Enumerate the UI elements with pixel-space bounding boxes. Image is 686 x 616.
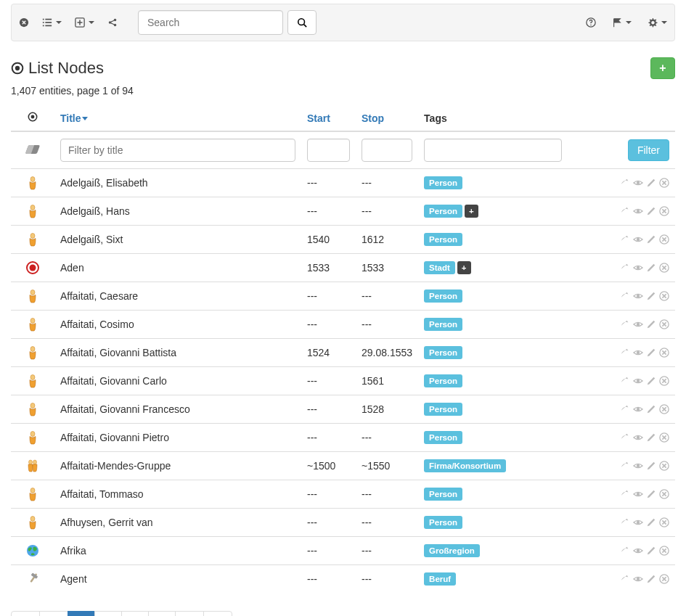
delete-icon[interactable] <box>659 234 669 245</box>
close-button[interactable] <box>19 17 29 28</box>
edit-icon[interactable] <box>646 546 656 556</box>
help-button[interactable] <box>586 17 596 28</box>
list-menu[interactable] <box>42 17 62 28</box>
view-icon[interactable] <box>633 348 643 358</box>
page-last[interactable] <box>203 611 232 616</box>
view-icon[interactable] <box>633 319 643 329</box>
view-icon[interactable] <box>633 376 643 386</box>
delete-icon[interactable] <box>659 461 669 471</box>
page-4[interactable]: 4 <box>148 611 176 616</box>
edit-icon[interactable] <box>646 461 656 471</box>
filter-start-input[interactable] <box>307 139 350 162</box>
goto-icon[interactable] <box>620 574 630 584</box>
tag-badge[interactable]: Person <box>424 318 462 331</box>
goto-icon[interactable] <box>620 376 630 386</box>
delete-icon[interactable] <box>659 546 669 556</box>
view-icon[interactable] <box>633 574 643 584</box>
node-title[interactable]: Affaitati-Mendes-Gruppe <box>60 460 171 472</box>
goto-icon[interactable] <box>620 178 630 188</box>
tag-badge[interactable]: Person <box>424 205 462 218</box>
delete-icon[interactable] <box>659 489 669 499</box>
goto-icon[interactable] <box>620 489 630 499</box>
node-title[interactable]: Affaitati, Cosimo <box>60 319 134 330</box>
tag-badge[interactable]: Person <box>424 488 462 501</box>
filter-button[interactable]: Filter <box>628 139 669 161</box>
delete-icon[interactable] <box>659 517 669 527</box>
filter-title-input[interactable] <box>60 139 295 162</box>
flag-menu[interactable] <box>612 17 632 28</box>
tag-badge[interactable]: Person <box>424 176 462 189</box>
node-title[interactable]: Affaitati, Giovanni Battista <box>60 347 176 358</box>
view-icon[interactable] <box>633 178 643 188</box>
filter-tags-input[interactable] <box>424 139 562 162</box>
tag-badge[interactable]: Person <box>424 403 462 416</box>
node-title[interactable]: Affaitati, Giovanni Pietro <box>60 432 169 443</box>
edit-icon[interactable] <box>646 517 656 527</box>
node-title[interactable]: Adelgaiß, Sixt <box>60 234 123 245</box>
col-title[interactable]: Title <box>54 105 301 131</box>
tag-badge[interactable]: Person <box>424 233 462 246</box>
tag-badge[interactable]: Person <box>424 346 462 359</box>
tag-badge[interactable]: Firma/Konsortium <box>424 459 506 472</box>
edit-icon[interactable] <box>646 489 656 499</box>
goto-icon[interactable] <box>620 517 630 527</box>
settings-menu[interactable] <box>648 17 667 28</box>
view-icon[interactable] <box>633 291 643 301</box>
view-icon[interactable] <box>633 432 643 443</box>
goto-icon[interactable] <box>620 432 630 443</box>
goto-icon[interactable] <box>620 348 630 358</box>
view-icon[interactable] <box>633 404 643 414</box>
page-3[interactable]: 3 <box>121 611 149 616</box>
edit-icon[interactable] <box>646 291 656 301</box>
node-title[interactable]: Affaitati, Caesare <box>60 290 138 302</box>
delete-icon[interactable] <box>659 291 669 301</box>
node-title[interactable]: Adelgaiß, Hans <box>60 205 130 217</box>
tag-badge[interactable]: Stadt <box>424 261 455 274</box>
share-button[interactable] <box>107 17 118 28</box>
page-2[interactable]: 2 <box>94 611 122 616</box>
edit-icon[interactable] <box>646 206 656 216</box>
delete-icon[interactable] <box>659 404 669 414</box>
edit-icon[interactable] <box>646 348 656 358</box>
tag-badge[interactable]: Großregion <box>424 544 480 557</box>
page-prev[interactable] <box>39 611 68 616</box>
page-1[interactable]: 1 <box>68 611 95 616</box>
delete-icon[interactable] <box>659 432 669 443</box>
page-next[interactable] <box>175 611 204 616</box>
node-title[interactable]: Affaitati, Giovanni Francesco <box>60 403 190 415</box>
tag-badge[interactable]: Person <box>424 516 462 529</box>
view-icon[interactable] <box>633 546 643 556</box>
node-title[interactable]: Adelgaiß, Elisabeth <box>60 177 148 189</box>
view-icon[interactable] <box>633 263 643 273</box>
tag-badge[interactable]: Person <box>424 289 462 303</box>
goto-icon[interactable] <box>620 404 630 414</box>
edit-icon[interactable] <box>646 432 656 443</box>
search-input[interactable] <box>138 10 283 35</box>
tag-badge[interactable]: Beruf <box>424 572 456 586</box>
col-start[interactable]: Start <box>301 105 356 131</box>
delete-icon[interactable] <box>659 348 669 358</box>
goto-icon[interactable] <box>620 461 630 471</box>
tag-badge[interactable]: Person <box>424 374 462 387</box>
node-title[interactable]: Affaitati, Giovanni Carlo <box>60 375 167 387</box>
view-icon[interactable] <box>633 461 643 471</box>
goto-icon[interactable] <box>620 234 630 245</box>
view-icon[interactable] <box>633 234 643 245</box>
col-stop[interactable]: Stop <box>356 105 418 131</box>
delete-icon[interactable] <box>659 178 669 188</box>
clear-filters-icon[interactable] <box>25 145 40 154</box>
view-icon[interactable] <box>633 489 643 499</box>
goto-icon[interactable] <box>620 206 630 216</box>
edit-icon[interactable] <box>646 319 656 329</box>
delete-icon[interactable] <box>659 319 669 329</box>
node-title[interactable]: Affaitati, Tommaso <box>60 488 144 500</box>
delete-icon[interactable] <box>659 263 669 273</box>
node-title[interactable]: Aden <box>60 262 84 274</box>
edit-icon[interactable] <box>646 376 656 386</box>
page-first[interactable] <box>11 611 40 616</box>
edit-icon[interactable] <box>646 234 656 245</box>
more-tags-badge[interactable]: + <box>457 261 471 274</box>
view-icon[interactable] <box>633 206 643 216</box>
edit-icon[interactable] <box>646 178 656 188</box>
filter-stop-input[interactable] <box>362 139 412 162</box>
